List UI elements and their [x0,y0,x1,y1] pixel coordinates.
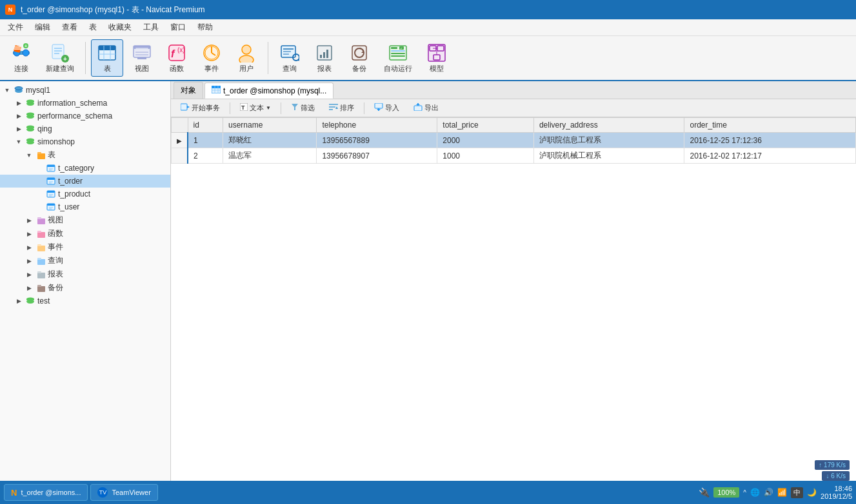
sidebar-item-events-folder[interactable]: ▶ 事件 [0,240,170,254]
sidebar-item-views-folder[interactable]: ▶ 视图 [0,213,170,227]
t-category-label: t_category [58,164,94,173]
begin-tx-icon [181,103,190,113]
toggle-queries[interactable]: ▶ [25,257,34,266]
svg-text:+: + [25,44,27,48]
toolbar-autorun[interactable]: ✓ 自动运行 [378,39,418,77]
toolbar-connect[interactable]: + 连接 [5,39,37,77]
toggle-simonshop[interactable]: ▼ [14,137,23,146]
sidebar-item-queries-folder[interactable]: ▶ 查询 [0,254,170,267]
toggle-qing[interactable]: ▶ [14,124,23,133]
cell-telephone[interactable]: 13956678907 [317,148,437,164]
export-btn[interactable]: 导出 [408,101,444,115]
toggle-reports[interactable]: ▶ [25,270,34,279]
begin-transaction-btn[interactable]: 开始事务 [175,101,226,115]
col-delivery-address-header[interactable]: delivery_address [533,118,684,133]
toolbar-backup[interactable]: 备份 [343,39,375,77]
functions-label: 函数 [48,228,63,239]
taskbar-right: 🔌 100% ^ 🌐 🔊 📶 中 🌙 18:46 2019/12/5 [699,485,852,500]
menu-view[interactable]: 查看 [57,21,83,34]
keyboard-icon: 中 [791,487,803,498]
menu-help[interactable]: 帮助 [192,21,218,34]
toggle-events[interactable]: ▶ [25,243,34,252]
sort-btn[interactable]: 排序 [323,101,360,115]
import-label: 导入 [385,103,399,113]
sidebar-item-t-category[interactable]: ▶ t_category [0,162,170,175]
cell-order_time[interactable]: 2016-12-02 17:12:17 [684,148,856,164]
taskbar-navicat[interactable]: N t_order @simons... [4,484,88,501]
toggle-views[interactable]: ▶ [25,216,34,225]
menu-tools[interactable]: 工具 [138,21,164,34]
toolbar-view[interactable]: 视图 [126,39,158,77]
cell-id[interactable]: 2 [188,148,223,164]
new-query-icon: + [50,43,70,63]
sidebar-item-t-user[interactable]: ▶ t_user [0,200,170,213]
toolbar-query[interactable]: 查询 [274,39,306,77]
cell-username[interactable]: 温志军 [223,148,316,164]
toolbar-table[interactable]: 表 [91,39,123,77]
sidebar-item-qing[interactable]: ▶ qing [0,122,170,135]
menu-window[interactable]: 窗口 [165,21,191,34]
table-row[interactable]: 2温志军139566789071000泸职院机械工程系2016-12-02 17… [172,148,856,164]
clock-area[interactable]: 18:46 2019/12/5 [821,485,852,500]
cell-id[interactable]: 1 [188,133,223,148]
text-btn[interactable]: T 文本 ▼ [234,101,277,115]
toggle-functions[interactable]: ▶ [25,229,34,238]
col-username-header[interactable]: username [223,118,316,133]
toolbar-report[interactable]: 报表 [308,39,341,77]
toggle-info-schema[interactable]: ▶ [14,99,23,108]
menu-file[interactable]: 文件 [3,21,28,34]
taskbar-teamviewer[interactable]: TV TeamViewer [90,484,157,501]
autorun-icon: ✓ [388,43,408,63]
tab-objects[interactable]: 对象 [174,82,203,99]
sidebar-item-information-schema[interactable]: ▶ information_schema [0,97,170,110]
menu-favorites[interactable]: 收藏夹 [103,21,137,34]
toggle-mysql1[interactable]: ▼ [3,86,12,95]
toolbar-model[interactable]: 模型 [421,39,453,77]
menu-table[interactable]: 表 [84,21,102,34]
toolbar-event[interactable]: 事件 [195,39,228,77]
tab-t-order[interactable]: t_order @simonshop (mysql... [204,82,333,99]
svg-text:✓: ✓ [400,46,403,50]
sidebar-item-simonshop[interactable]: ▼ simonshop [0,135,170,148]
sidebar-item-t-order[interactable]: ▶ t_order [0,175,170,188]
sidebar-item-test[interactable]: ▶ test [0,295,170,307]
sidebar-item-mysql1[interactable]: ▼ mysql1 [0,84,170,97]
cell-total_price[interactable]: 2000 [437,133,534,148]
cell-total_price[interactable]: 1000 [437,148,534,164]
text-dropdown-icon: ▼ [266,105,271,111]
sidebar-item-t-product[interactable]: ▶ t_product [0,188,170,200]
queries-folder-icon [35,256,46,266]
toggle-backup[interactable]: ▶ [25,284,34,293]
t-user-label: t_user [58,202,79,211]
toggle-test[interactable]: ▶ [14,296,23,305]
cell-telephone[interactable]: 13956567889 [317,133,437,148]
cell-delivery_address[interactable]: 泸职院信息工程系 [533,133,684,148]
toolbar-user[interactable]: 用户 [230,39,263,77]
col-telephone-header[interactable]: telephone [317,118,437,133]
cell-username[interactable]: 郑晓红 [223,133,316,148]
toolbar-new-query[interactable]: + 新建查询 [40,39,80,77]
table-row[interactable]: ▶1郑晓红139565678892000泸职院信息工程系2016-12-25 1… [172,133,856,148]
menu-edit[interactable]: 编辑 [30,21,55,34]
cell-order_time[interactable]: 2016-12-25 17:12:36 [684,133,856,148]
filter-btn[interactable]: 筛选 [285,101,321,115]
query-icon [279,43,300,63]
sidebar-item-tables-folder[interactable]: ▼ 表 [0,148,170,162]
col-id-header[interactable]: id [188,118,223,133]
sidebar-item-functions-folder[interactable]: ▶ 函数 [0,227,170,240]
toolbar-function[interactable]: f (x) 函数 [161,39,193,77]
svg-marker-106 [292,104,298,110]
svg-rect-111 [375,103,383,108]
sidebar-item-performance-schema[interactable]: ▶ performance_schema [0,110,170,122]
col-order-time-header[interactable]: order_time [684,118,856,133]
cell-delivery_address[interactable]: 泸职院机械工程系 [533,148,684,164]
sidebar-item-backup-folder[interactable]: ▶ 备份 [0,281,170,295]
col-total-price-header[interactable]: total_price [437,118,534,133]
toggle-tables[interactable]: ▼ [25,151,34,160]
svg-rect-114 [414,106,422,111]
sidebar-item-reports-folder[interactable]: ▶ 报表 [0,267,170,281]
svg-rect-91 [37,258,41,260]
import-btn[interactable]: 导入 [368,101,405,115]
tray-expand-icon[interactable]: ^ [743,489,746,496]
toggle-perf-schema[interactable]: ▶ [14,111,23,121]
